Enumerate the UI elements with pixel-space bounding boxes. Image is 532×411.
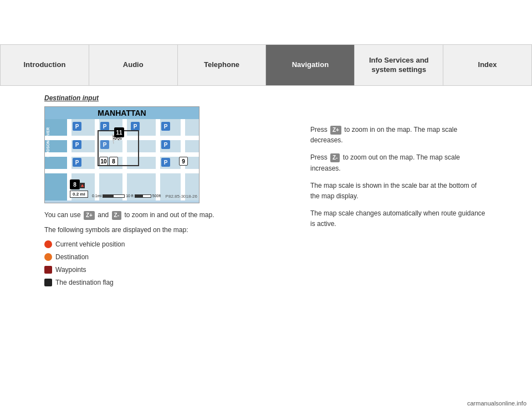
parking-7: P xyxy=(161,140,170,149)
flag-square xyxy=(44,279,52,286)
list-item-waypoints: Waypoints xyxy=(44,265,294,275)
content-section: You can use Z+ and Z- to zoom in and out… xyxy=(44,210,294,287)
map-container: MANHATTAN HUDSON RIVER P P xyxy=(44,106,200,203)
waypoints-square xyxy=(44,266,52,274)
map-number-8a: 8 xyxy=(70,179,80,189)
zoom-description: You can use Z+ and Z- to zoom in and out… xyxy=(44,210,294,220)
zoom-minus-right: Z- xyxy=(330,153,340,162)
parking-4: P xyxy=(161,122,170,131)
watermark: carmanualsonline.info xyxy=(467,400,526,407)
map-water: HUDSON RIVER xyxy=(45,119,67,201)
destination-dot xyxy=(44,253,52,261)
tab-telephone[interactable]: Telephone xyxy=(178,44,267,85)
map-number-11: 11 xyxy=(114,127,124,137)
tab-index[interactable]: Index xyxy=(443,44,532,85)
parking-1: P xyxy=(73,122,81,131)
scale-bar: 0.1mi 10 ft 500ft xyxy=(92,194,161,198)
parking-3: P xyxy=(131,122,140,131)
parking-9: P xyxy=(161,158,170,167)
left-column: Destination input MANHATTAN HUDSON RIVER xyxy=(44,91,294,291)
right-para2: Press Z- to zoom out on the map. The map… xyxy=(310,152,488,173)
right-para3: The map scale is shown in the scale bar … xyxy=(310,181,488,202)
road-v4 xyxy=(156,119,160,201)
map-body: HUDSON RIVER P P P P P P P xyxy=(45,119,199,201)
vehicle-dot xyxy=(44,240,52,248)
list-item-vehicle: Current vehicle position xyxy=(44,240,294,249)
right-para1: Press Z+ to zoom in on the map. The map … xyxy=(310,125,488,146)
map-ref-label: P82.85-3018-26 xyxy=(166,194,197,199)
vehicle-position: 🔺 xyxy=(79,183,85,188)
navigation-tabs: Introduction Audio Telephone Navigation … xyxy=(0,44,532,86)
list-item-destination: Destination xyxy=(44,253,294,262)
symbol-list: Current vehicle position Destination Way… xyxy=(44,240,294,287)
map-title: MANHATTAN xyxy=(45,107,199,119)
distance-badge: 0.2 mi xyxy=(70,191,88,198)
map-number-8b: 8 xyxy=(109,157,118,166)
right-text: Press Z+ to zoom in on the map. The map … xyxy=(310,125,488,230)
symbols-intro: The following symbols are displayed on t… xyxy=(44,225,294,235)
parking-2: P xyxy=(100,122,109,131)
tab-introduction[interactable]: Introduction xyxy=(0,44,89,85)
tab-info-services[interactable]: Info Services and system settings xyxy=(355,44,443,85)
tab-navigation[interactable]: Navigation xyxy=(266,44,355,85)
main-content: Destination input MANHATTAN HUDSON RIVER xyxy=(0,86,532,302)
map-number-10: 10 xyxy=(99,157,108,166)
zoom-plus-right: Z+ xyxy=(330,126,341,135)
right-para4: The map scale changes automatically when… xyxy=(310,208,488,229)
tab-audio[interactable]: Audio xyxy=(89,44,178,85)
parking-8: P xyxy=(73,158,81,167)
right-column: Press Z+ to zoom in on the map. The map … xyxy=(310,91,488,291)
map-number-9: 9 xyxy=(179,157,188,166)
breadcrumb: Destination input xyxy=(44,94,294,102)
parking-5: P xyxy=(73,140,81,149)
zoom-minus-inline: Z- xyxy=(112,211,121,220)
list-item-flag: The destination flag xyxy=(44,278,294,287)
zoom-plus-inline: Z+ xyxy=(84,211,95,220)
